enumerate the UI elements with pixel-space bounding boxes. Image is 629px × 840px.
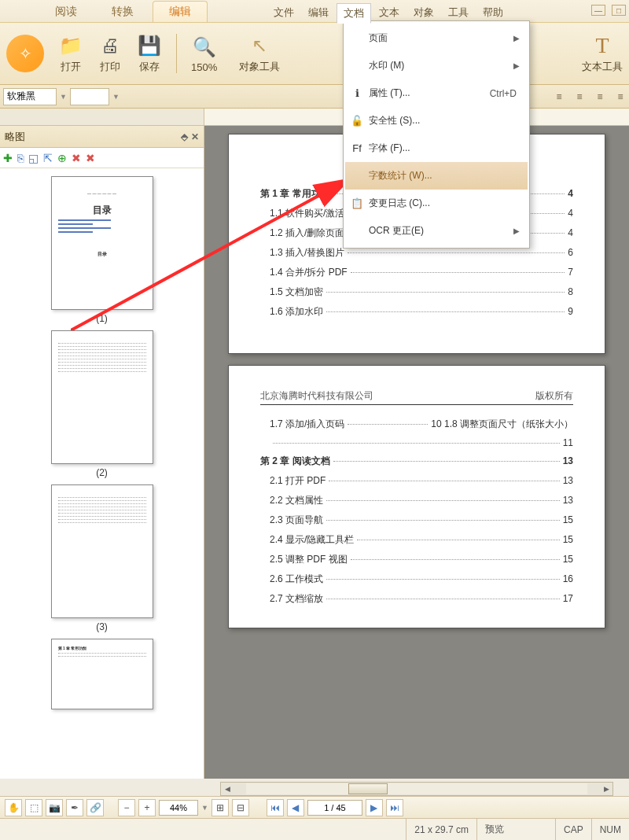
- tab-edit[interactable]: 编辑: [153, 1, 208, 22]
- fit-width-icon[interactable]: ⊟: [232, 799, 249, 816]
- close-icon[interactable]: ✕: [191, 131, 199, 142]
- remove-icon[interactable]: ✖: [72, 152, 81, 164]
- pen-icon[interactable]: ✒: [66, 799, 83, 816]
- toc-text: 1.2 插入/删除页面: [260, 227, 344, 240]
- font-select[interactable]: [3, 88, 57, 105]
- submenu-arrow-icon: ▶: [513, 34, 520, 42]
- menu-item-icon: 📋: [350, 197, 364, 209]
- next-page-button[interactable]: ▶: [366, 799, 383, 816]
- menu-item[interactable]: 水印 (M)▶: [345, 52, 528, 79]
- toc-page: 13: [563, 495, 573, 506]
- minimize-button[interactable]: —: [591, 5, 605, 16]
- prev-page-button[interactable]: ◀: [287, 799, 304, 816]
- maximize-button[interactable]: □: [612, 5, 626, 16]
- zoom-input[interactable]: [159, 800, 198, 816]
- zoom-button[interactable]: 🔍 150%: [191, 35, 217, 73]
- thumbnail-1[interactable]: — — — — — —目录目录 (1): [51, 176, 153, 324]
- toc-line: 1.7 添加/插入页码10 1.8 调整页面尺寸（纸张大小）: [260, 418, 573, 431]
- scroll-thumb[interactable]: [348, 783, 388, 794]
- insert-icon[interactable]: ⊕: [57, 152, 67, 164]
- export-icon[interactable]: ⇱: [43, 152, 53, 164]
- toc-line: 1.5 文档加密8: [260, 286, 573, 299]
- text-tool-button[interactable]: T 文本工具: [582, 33, 623, 74]
- submenu-arrow-icon: ▶: [513, 227, 520, 235]
- tab-convert[interactable]: 转换: [96, 2, 149, 22]
- object-tool-button[interactable]: ↖ 对象工具: [239, 33, 280, 74]
- tab-read[interactable]: 阅读: [39, 2, 93, 22]
- caps-status: CAP: [555, 819, 591, 840]
- toc-line: 2.5 调整 PDF 视图15: [260, 553, 573, 566]
- toc-text: 2.7 文档缩放: [260, 592, 323, 606]
- thumbnail-2[interactable]: (2): [51, 330, 153, 478]
- align-right-button[interactable]: ≡: [591, 88, 609, 105]
- extract-icon[interactable]: ◱: [28, 152, 39, 164]
- menu-item[interactable]: 🔓安全性 (S)...: [345, 107, 528, 134]
- menu-file[interactable]: 文件: [267, 3, 300, 24]
- hand-tool-icon[interactable]: ✋: [5, 799, 22, 816]
- thumbnail-4[interactable]: 第 1 章 常用功能: [51, 639, 153, 709]
- ribbon-toolbar: ✧ 📁 打开 🖨 打印 💾 保存 🔍 150% ↖ 对象工具 T 文本工具: [0, 22, 629, 85]
- page-size-status: 21 x 29.7 cm: [406, 819, 476, 840]
- zoom-in-button[interactable]: +: [138, 799, 156, 816]
- zoom-label: 150%: [191, 61, 217, 73]
- toc-page: 13: [563, 455, 573, 466]
- align-justify-button[interactable]: ≡: [612, 88, 629, 105]
- toc-text: 2.1 打开 PDF: [260, 474, 326, 488]
- toc-text: 2.2 文档属性: [260, 494, 323, 507]
- header-right: 版权所有: [535, 389, 573, 403]
- select-tool-icon[interactable]: ⬚: [25, 799, 42, 816]
- font-size-select[interactable]: [70, 88, 109, 105]
- delete-icon[interactable]: ✖: [86, 152, 95, 164]
- thumbnail-3[interactable]: (3): [51, 484, 153, 632]
- toc-text: 2.4 显示/隐藏工具栏: [260, 533, 354, 547]
- fit-page-icon[interactable]: ⊞: [212, 799, 229, 816]
- toc-page: 8: [568, 286, 573, 297]
- menu-item[interactable]: Ff字体 (F)...: [345, 134, 528, 162]
- menu-item[interactable]: 📋变更日志 (C)...: [345, 190, 528, 217]
- menu-document[interactable]: 文档: [337, 3, 371, 24]
- toc-line: 2.2 文档属性13: [260, 494, 573, 507]
- menu-item-icon: Ff: [350, 142, 364, 154]
- view-toolbar: ✋ ⬚ 📷 ✒ 🔗 − + ▼ ⊞ ⊟ ⏮ ◀ ▶ ⏭: [0, 796, 629, 818]
- scroll-left-icon[interactable]: ◀: [221, 783, 234, 795]
- snapshot-icon[interactable]: 📷: [46, 799, 63, 816]
- menu-item-icon: 🔓: [350, 115, 364, 127]
- printer-icon: 🖨: [97, 33, 123, 58]
- thumbnail-list[interactable]: — — — — — —目录目录 (1) (2) (3) 第 1 章 常用功能: [0, 168, 204, 779]
- copy-icon[interactable]: ⎘: [17, 152, 24, 164]
- menu-item[interactable]: 页面▶: [345, 24, 528, 52]
- toc-line: 2.4 显示/隐藏工具栏15: [260, 533, 573, 547]
- toc-page: 15: [563, 554, 573, 565]
- pin-icon[interactable]: ⬘: [181, 131, 188, 142]
- menu-item[interactable]: ℹ属性 (T)...Ctrl+D: [345, 79, 528, 107]
- page-number-input[interactable]: [307, 800, 362, 816]
- toc-page: 16: [563, 573, 573, 584]
- align-center-button[interactable]: ≡: [571, 88, 588, 105]
- last-page-button[interactable]: ⏭: [386, 799, 403, 816]
- objtool-label: 对象工具: [239, 60, 280, 74]
- add-icon[interactable]: ✚: [3, 152, 13, 164]
- menu-item-label: 水印 (M): [369, 59, 404, 72]
- toc-line: 2.6 工作模式16: [260, 573, 573, 586]
- menu-item[interactable]: 字数统计 (W)...: [345, 162, 528, 190]
- toc-page: 7: [568, 267, 573, 278]
- scroll-right-icon[interactable]: ▶: [600, 783, 612, 795]
- toc-text: [260, 437, 270, 448]
- toc-page: 17: [563, 593, 573, 604]
- page-2: 北京海腾时代科技有限公司 版权所有 1.7 添加/插入页码10 1.8 调整页面…: [228, 365, 605, 628]
- toc-page: 10 1.8 调整页面尺寸（纸张大小）: [431, 418, 573, 431]
- save-button[interactable]: 💾 保存: [137, 33, 162, 74]
- menu-edit[interactable]: 编辑: [302, 3, 335, 24]
- open-button[interactable]: 📁 打开: [58, 33, 83, 74]
- horizontal-scrollbar[interactable]: ◀ ▶: [220, 782, 613, 796]
- print-label: 打印: [100, 60, 120, 74]
- link-icon[interactable]: 🔗: [86, 799, 104, 816]
- align-left-button[interactable]: ≡: [550, 88, 568, 105]
- window-controls: — □: [591, 5, 626, 16]
- zoom-out-button[interactable]: −: [118, 799, 135, 816]
- menu-shortcut: Ctrl+D: [490, 88, 517, 99]
- folder-icon: 📁: [58, 33, 83, 58]
- first-page-button[interactable]: ⏮: [267, 799, 284, 816]
- menu-item[interactable]: OCR 更正(E)▶: [345, 217, 528, 245]
- print-button[interactable]: 🖨 打印: [97, 33, 123, 74]
